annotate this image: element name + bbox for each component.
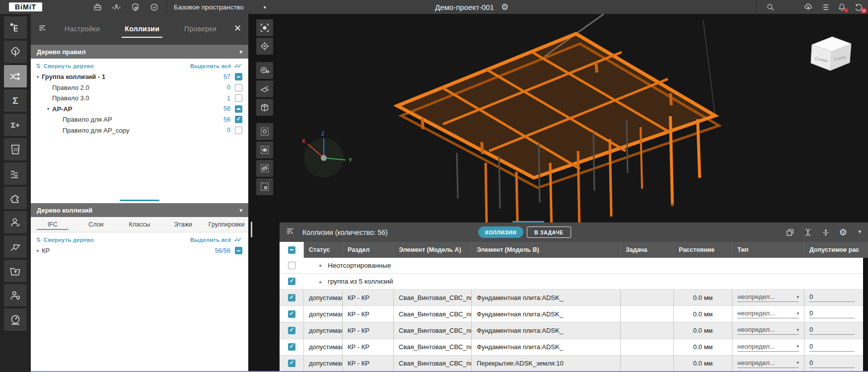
- check-circle-icon[interactable]: [148, 1, 159, 12]
- row-checkbox[interactable]: [288, 262, 295, 269]
- shield-clock-icon[interactable]: [130, 1, 141, 12]
- notifications-icon[interactable]: [836, 1, 847, 12]
- col-task[interactable]: Задача: [621, 242, 674, 258]
- row-checkbox[interactable]: [288, 294, 295, 301]
- model-tree-icon[interactable]: [802, 1, 813, 12]
- group-row-5-collisions[interactable]: ▴ группа из 5 коллизий: [280, 274, 868, 290]
- tree-item-group-1[interactable]: ▾ Группа коллизий - 1 57: [31, 72, 248, 82]
- tree-caret-icon[interactable]: ▾: [34, 248, 42, 253]
- type-select[interactable]: неопредел...▾: [737, 343, 799, 352]
- navigation-cube[interactable]: Слева Снизу: [811, 37, 851, 71]
- tree-caret-icon[interactable]: ▾: [44, 106, 52, 111]
- row-checkbox[interactable]: [288, 343, 295, 351]
- panel-split-handle[interactable]: [31, 198, 248, 203]
- rules-tree-header[interactable]: Дерево правил ▾: [31, 45, 248, 59]
- tab-floors[interactable]: Этажи: [161, 217, 205, 232]
- tree-item-kr[interactable]: ▾ КР 56/56: [31, 245, 248, 256]
- col-status[interactable]: Статус: [304, 242, 343, 258]
- type-select[interactable]: неопредел...▾: [737, 293, 799, 302]
- table-settings-gear-icon[interactable]: ⚙: [839, 228, 847, 237]
- expand-rows-icon[interactable]: [803, 228, 812, 237]
- tree-checkbox[interactable]: [235, 84, 242, 91]
- history-icon[interactable]: 10: [853, 1, 864, 12]
- col-type[interactable]: Тип: [732, 242, 804, 258]
- tree-caret-icon[interactable]: ▾: [34, 74, 42, 79]
- tab-collisions[interactable]: Коллизии: [122, 21, 162, 38]
- row-checkbox[interactable]: [288, 310, 295, 318]
- allowed-distance-input[interactable]: 0: [809, 326, 855, 335]
- team-icon[interactable]: [111, 1, 122, 12]
- tree-checkbox[interactable]: [235, 105, 242, 113]
- table-row[interactable]: допустимая КР - КР Свая_Винтовая_СВС_по_…: [280, 322, 868, 339]
- section-box-icon[interactable]: [256, 99, 273, 116]
- tab-groupings[interactable]: Группировки: [205, 217, 248, 232]
- table-row[interactable]: допустимая КР - КР Свая_Винтовая_СВС_по_…: [280, 339, 868, 356]
- tree-item-ar-ar[interactable]: ▾ АР-АР 56: [31, 104, 248, 115]
- tree-item-rule-3[interactable]: Правило 3.0 1: [31, 93, 248, 104]
- folder-share-icon[interactable]: [4, 260, 27, 282]
- row-checkbox[interactable]: [288, 327, 295, 334]
- type-select[interactable]: неопредел...▾: [737, 359, 799, 368]
- select-all-link[interactable]: Выделить всё: [190, 237, 231, 243]
- project-settings-gear-icon[interactable]: ⚙: [501, 3, 508, 11]
- tree-checkbox[interactable]: [235, 73, 242, 80]
- tab-layers[interactable]: Слои: [74, 217, 118, 232]
- panel-menu-icon[interactable]: [38, 23, 48, 35]
- clear-selection-icon[interactable]: [256, 178, 273, 195]
- table-scrollbar[interactable]: [863, 258, 868, 372]
- col-section[interactable]: Раздел: [343, 242, 394, 258]
- table-row[interactable]: допустимая КР - КР Свая_Винтовая_СВС_по_…: [280, 306, 868, 322]
- briefcase-icon[interactable]: [92, 1, 103, 12]
- shuffle-collisions-icon[interactable]: [4, 65, 27, 87]
- collisions-view-button[interactable]: КОЛЛИЗИИ: [478, 226, 523, 238]
- group-caret-icon[interactable]: ▴: [313, 279, 328, 284]
- collapse-section-icon[interactable]: ▾: [239, 207, 242, 214]
- row-checkbox[interactable]: [288, 278, 295, 285]
- user-check-icon[interactable]: [4, 211, 27, 233]
- tree-item-rule-ar-copy[interactable]: Правило для АР_copy 0: [31, 125, 248, 136]
- tree-item-rule-2[interactable]: Правило 2.0 0: [31, 82, 248, 93]
- tree-item-rule-ar[interactable]: Правило для АР 56: [31, 114, 248, 125]
- puzzle-icon[interactable]: [4, 187, 27, 209]
- hierarchy-tree-icon[interactable]: [4, 16, 27, 39]
- duplicate-icon[interactable]: [786, 228, 795, 237]
- allowed-distance-input[interactable]: 0: [809, 293, 855, 302]
- group-caret-icon[interactable]: ▾: [313, 263, 328, 268]
- tree-checkbox[interactable]: [235, 127, 242, 134]
- tab-checks[interactable]: Проверки: [181, 21, 219, 38]
- col-element-a[interactable]: Элемент (Модель A): [394, 242, 472, 258]
- trowel-icon[interactable]: [4, 235, 27, 258]
- table-menu-icon[interactable]: [286, 226, 295, 238]
- collapse-section-icon[interactable]: ▾: [239, 49, 242, 55]
- user-pin-icon[interactable]: [4, 284, 27, 306]
- table-row[interactable]: допустимая КР - КР Свая_Винтовая_СВС_по_…: [280, 290, 868, 306]
- in-task-view-button[interactable]: В ЗАДАЧЕ: [527, 226, 571, 238]
- row-checkbox[interactable]: [288, 360, 295, 367]
- allowed-distance-input[interactable]: 0: [809, 359, 855, 368]
- collapse-tree-link[interactable]: Свернуть дерево: [44, 237, 94, 243]
- waves-chart-icon[interactable]: [4, 162, 27, 185]
- fit-to-view-icon[interactable]: [256, 19, 273, 36]
- type-select[interactable]: неопредел...▾: [737, 326, 799, 335]
- nature-tree-icon[interactable]: [4, 41, 27, 63]
- sigma-icon[interactable]: Σ: [4, 89, 27, 112]
- tree-checkbox[interactable]: [235, 94, 242, 102]
- hide-eye-icon[interactable]: [256, 160, 273, 177]
- 2d-sheet-icon[interactable]: 2D: [4, 138, 27, 160]
- measure-icon[interactable]: [256, 62, 273, 79]
- close-icon[interactable]: ✕: [234, 24, 241, 33]
- allowed-distance-input[interactable]: 0: [809, 309, 855, 318]
- group-row-unsorted[interactable]: ▾ Неотсортированные: [280, 258, 868, 274]
- collapse-rows-icon[interactable]: [821, 228, 830, 237]
- workspace-selector[interactable]: Базовое пространство ▾: [174, 3, 266, 11]
- collisions-tree-header[interactable]: Дерево коллизий ▾: [31, 203, 248, 217]
- axis-gizmo[interactable]: X Z Y: [302, 131, 352, 178]
- table-row[interactable]: допустимая КР - КР Свая_Винтовая_СВС_по_…: [280, 356, 868, 372]
- sigma-plus-icon[interactable]: Σ+: [4, 114, 27, 136]
- section-plane-icon[interactable]: [256, 80, 273, 97]
- col-distance[interactable]: Расстояние: [674, 242, 732, 258]
- tab-classes[interactable]: Классы: [118, 217, 161, 232]
- show-eye-icon[interactable]: [256, 142, 273, 158]
- search-icon[interactable]: [765, 1, 776, 12]
- allowed-distance-input[interactable]: 0: [809, 343, 855, 352]
